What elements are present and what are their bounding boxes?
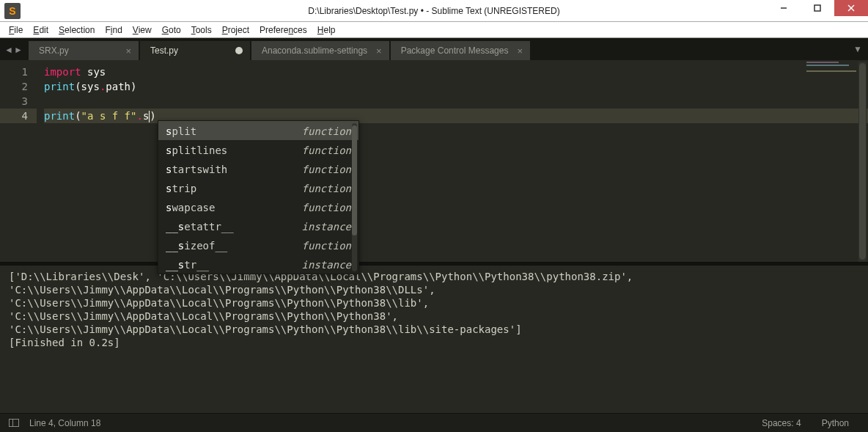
minimap[interactable] bbox=[806, 62, 858, 107]
tab-prev-icon[interactable]: ◄ bbox=[4, 45, 13, 54]
completion: izeof__ bbox=[184, 240, 227, 252]
paren: ) bbox=[130, 81, 136, 92]
string: "a s f f" bbox=[81, 110, 137, 122]
autocomplete-item[interactable]: __sizeof__function bbox=[158, 235, 358, 255]
match: __s bbox=[166, 240, 184, 252]
editor-scrollbar[interactable] bbox=[858, 62, 867, 262]
editor[interactable]: 1 2 3 4 import sys print(sys.path) print… bbox=[0, 60, 868, 262]
tab-nav: ◄ ► bbox=[0, 45, 27, 54]
titlebar: S D:\Libraries\Desktop\Test.py • - Subli… bbox=[0, 0, 868, 22]
kind: function bbox=[302, 199, 351, 215]
autocomplete-item[interactable]: __str__instance bbox=[158, 255, 358, 274]
autocomplete-item[interactable]: splitfunction bbox=[158, 121, 358, 140]
menu-selection[interactable]: Selection bbox=[54, 24, 99, 36]
kind: function bbox=[302, 161, 351, 177]
statusbar: Line 4, Column 18 Spaces: 4 Python bbox=[0, 413, 868, 432]
dirty-icon[interactable] bbox=[235, 47, 243, 54]
autocomplete-item[interactable]: splitlinesfunction bbox=[158, 140, 358, 159]
paren: ( bbox=[75, 110, 81, 122]
paren: ) bbox=[150, 110, 155, 122]
menu-edit[interactable]: Edit bbox=[29, 24, 53, 36]
kind: function bbox=[302, 237, 351, 253]
kind: function bbox=[302, 122, 351, 139]
completion: plit bbox=[172, 125, 196, 137]
status-language[interactable]: Python bbox=[812, 418, 859, 428]
kind: instance bbox=[302, 218, 351, 234]
match: __s bbox=[166, 259, 184, 271]
completion: tartswith bbox=[172, 164, 227, 175]
match: __s bbox=[166, 221, 184, 233]
function: print bbox=[44, 110, 75, 122]
close-icon[interactable]: × bbox=[367, 45, 382, 56]
tab-label: SRX.py bbox=[39, 45, 69, 56]
close-button[interactable] bbox=[834, 0, 868, 16]
operator: . bbox=[136, 110, 142, 122]
app-icon: S bbox=[4, 3, 21, 19]
autocomplete-item[interactable]: swapcasefunction bbox=[158, 197, 358, 216]
menu-goto[interactable]: Goto bbox=[158, 24, 185, 36]
completion: plitlines bbox=[172, 144, 227, 156]
menu-tools[interactable]: Tools bbox=[187, 24, 216, 36]
identifier: sys bbox=[81, 66, 106, 78]
paren: ( bbox=[75, 81, 81, 92]
identifier: sys bbox=[81, 81, 100, 92]
autocomplete-item[interactable]: __setattr__instance bbox=[158, 216, 358, 235]
kind: function bbox=[302, 142, 351, 158]
svg-rect-1 bbox=[814, 5, 820, 11]
completion: tr__ bbox=[184, 259, 209, 271]
autocomplete-item[interactable]: startswithfunction bbox=[158, 159, 358, 178]
function: print bbox=[44, 81, 75, 92]
tab-anaconda[interactable]: Anaconda.sublime-settings× bbox=[251, 41, 389, 60]
menu-preferences[interactable]: Preferences bbox=[255, 24, 312, 36]
autocomplete-popup[interactable]: splitfunction splitlinesfunction startsw… bbox=[158, 120, 359, 274]
line-number: 4 bbox=[0, 109, 37, 123]
menubar: File Edit Selection Find View Goto Tools… bbox=[0, 22, 868, 38]
tab-package-control[interactable]: Package Control Messages× bbox=[391, 41, 530, 60]
autocomplete-item[interactable]: stripfunction bbox=[158, 178, 358, 197]
menu-project[interactable]: Project bbox=[218, 24, 254, 36]
kind: function bbox=[302, 180, 351, 196]
panel-switcher-icon[interactable] bbox=[9, 419, 19, 427]
maximize-button[interactable] bbox=[801, 0, 834, 16]
close-icon[interactable]: × bbox=[117, 45, 131, 56]
tab-srx[interactable]: SRX.py× bbox=[29, 41, 139, 60]
identifier: s bbox=[143, 110, 149, 122]
menu-file[interactable]: File bbox=[4, 24, 27, 36]
tab-overflow-icon[interactable]: ▼ bbox=[853, 44, 862, 54]
identifier: path bbox=[106, 81, 130, 92]
output-panel[interactable]: ['D:\\Libraries\\Desk', 'C:\\Users\\Jimm… bbox=[0, 266, 868, 412]
gutter: 1 2 3 4 bbox=[0, 60, 37, 262]
scrollbar-thumb[interactable] bbox=[352, 125, 357, 235]
line-number: 3 bbox=[0, 94, 28, 109]
kind: instance bbox=[302, 256, 351, 272]
status-spaces[interactable]: Spaces: 4 bbox=[751, 418, 811, 428]
menu-find[interactable]: Find bbox=[100, 24, 126, 36]
tab-next-icon[interactable]: ► bbox=[14, 45, 23, 54]
tab-test[interactable]: Test.py bbox=[140, 41, 250, 60]
window-title: D:\Libraries\Desktop\Test.py • - Sublime… bbox=[0, 6, 868, 16]
scrollbar-thumb[interactable] bbox=[859, 63, 866, 260]
line-number: 2 bbox=[0, 79, 28, 94]
close-icon[interactable]: × bbox=[508, 45, 523, 56]
window-controls bbox=[767, 0, 868, 22]
tab-label: Package Control Messages bbox=[401, 45, 509, 56]
completion: etattr__ bbox=[184, 221, 233, 233]
tab-row: ◄ ► SRX.py× Test.py Anaconda.sublime-set… bbox=[0, 38, 868, 60]
status-position: Line 4, Column 18 bbox=[29, 418, 100, 428]
menu-view[interactable]: View bbox=[128, 24, 156, 36]
tab-label: Anaconda.sublime-settings bbox=[262, 45, 367, 56]
completion: trip bbox=[172, 183, 196, 194]
keyword: import bbox=[44, 66, 81, 78]
completion: wapcase bbox=[172, 202, 215, 213]
autocomplete-scrollbar[interactable] bbox=[352, 123, 357, 271]
menu-help[interactable]: Help bbox=[313, 24, 340, 36]
tab-label: Test.py bbox=[150, 45, 178, 56]
minimize-button[interactable] bbox=[767, 0, 801, 16]
line-number: 1 bbox=[0, 65, 28, 79]
